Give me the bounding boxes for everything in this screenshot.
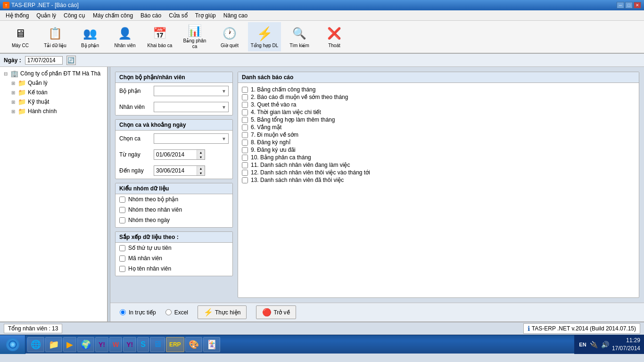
report-label-5[interactable]: 5. Bảng tổng hợp làm thêm tháng (251, 116, 335, 123)
nhom2-label[interactable]: Nhóm theo nhân viên (128, 206, 182, 213)
menu-congtcu[interactable]: Công cụ (60, 11, 89, 20)
taskbar-yahoo[interactable]: Y! (95, 337, 108, 352)
report-checkbox-11[interactable] (242, 162, 248, 168)
tungay-input[interactable] (154, 151, 197, 158)
report-checkbox-3[interactable] (242, 102, 248, 108)
nhanvien-select[interactable]: ▼ (154, 102, 229, 112)
minimize-button[interactable]: ─ (617, 2, 624, 8)
tungay-spin-down[interactable]: ▼ (197, 155, 205, 159)
report-label-7[interactable]: 7. Đi muộn về sớm (251, 132, 298, 138)
excel-label[interactable]: Excel (174, 309, 188, 316)
menu-quanly[interactable]: Quản lý (33, 11, 60, 20)
print-direct-label[interactable]: In trực tiếp (129, 309, 156, 316)
date-input[interactable] (25, 56, 63, 65)
report-label-3[interactable]: 3. Quet thẻ vào ra (251, 101, 296, 108)
report-label-8[interactable]: 8. Đăng ký nghỉ (251, 139, 290, 146)
tool-thoat[interactable]: ❌ Thoát (318, 22, 351, 51)
report-checkbox-10[interactable] (242, 155, 248, 161)
menu-nangcao[interactable]: Nâng cao (220, 11, 251, 20)
report-checkbox-12[interactable] (242, 170, 248, 176)
print-direct-radio[interactable] (120, 309, 126, 315)
tool-bangphanca[interactable]: 📊 Bảng phân ca (178, 22, 211, 51)
start-button[interactable] (0, 335, 25, 354)
taskbar-erp[interactable]: ERP (166, 337, 184, 352)
denngay-input[interactable] (154, 167, 197, 174)
report-label-11[interactable]: 11. Danh sách nhân viên đang làm việc (251, 162, 350, 168)
taskbar-explorer[interactable]: 📁 (45, 337, 62, 352)
nhom1-checkbox[interactable] (119, 197, 125, 203)
tool-gioquet[interactable]: 🕐 Giờ quét (213, 22, 246, 51)
report-label-6[interactable]: 6. Vắng mặt (251, 124, 281, 131)
nhom2-checkbox[interactable] (119, 207, 125, 213)
tool-taidulieu[interactable]: 📋 Tải dữ liệu (39, 22, 72, 51)
taskbar-paint[interactable]: 🎨 (185, 337, 202, 352)
taskbar-ie[interactable]: 🌐 (27, 337, 44, 352)
taskbar-chrome[interactable]: 🌍 (77, 337, 94, 352)
sort2-checkbox[interactable] (119, 255, 125, 262)
bophan-arrow: ▼ (222, 89, 226, 94)
tree-ketoan[interactable]: ⊞ 📁 Kế toán (2, 88, 105, 97)
report-checkbox-7[interactable] (242, 132, 248, 138)
menu-trogiup[interactable]: Trợ giúp (191, 11, 220, 20)
maximize-button[interactable]: □ (625, 2, 633, 8)
taskbar-teamviewer[interactable]: 🖥 (150, 337, 165, 352)
tungay-field[interactable]: ▲ ▼ (154, 149, 205, 160)
report-checkbox-13[interactable] (242, 177, 248, 183)
taskbar-office[interactable]: W (109, 337, 122, 352)
nhom3-label[interactable]: Nhóm theo ngày (128, 217, 170, 223)
back-button[interactable]: 🔴 Trở về (256, 305, 296, 319)
tree-quanly[interactable]: ⊞ 📁 Quản lý (2, 78, 105, 88)
sort1-label[interactable]: Số thứ tự ưu tiên (128, 245, 172, 251)
tree-root[interactable]: ⊟ 🏢 Công ty cổ phần ĐT TM Hà Thà (2, 69, 105, 78)
report-label-2[interactable]: 2. Báo cáo đi muộn về sớm theo tháng (251, 94, 348, 100)
menu-cuaso[interactable]: Cửa sổ (165, 11, 191, 20)
sort1-checkbox[interactable] (119, 245, 125, 251)
report-checkbox-9[interactable] (242, 147, 248, 153)
menu-baocao[interactable]: Báo cáo (137, 11, 165, 20)
taskbar-media[interactable]: ▶ (63, 337, 76, 352)
report-label-10[interactable]: 10. Bảng phân ca tháng (251, 154, 311, 161)
sort3-checkbox[interactable] (119, 266, 125, 272)
nhom3-checkbox[interactable] (119, 217, 125, 223)
tungay-spin-up[interactable]: ▲ (197, 150, 205, 155)
nhom1-label[interactable]: Nhóm theo bộ phận (128, 196, 178, 203)
report-checkbox-8[interactable] (242, 140, 248, 146)
report-checkbox-2[interactable] (242, 94, 248, 100)
report-label-4[interactable]: 4. Thời gian làm việc chi tiết (251, 109, 321, 115)
sort3-label[interactable]: Họ tên nhân viên (128, 265, 171, 272)
tree-kythuat[interactable]: ⊞ 📁 Kỹ thuật (2, 97, 105, 107)
denngay-spin-down[interactable]: ▼ (197, 171, 205, 175)
tool-tonghop[interactable]: ⚡ Tổng hợp DL (248, 22, 281, 51)
menu-hethong[interactable]: Hệ thống (2, 11, 33, 20)
taskbar-yahoo2[interactable]: Y! (123, 337, 136, 352)
refresh-button[interactable]: 🔄 (66, 56, 76, 65)
report-checkbox-5[interactable] (242, 117, 248, 123)
tree-hanhchinh[interactable]: ⊞ 📁 Hành chính (2, 107, 105, 116)
maycc-label: Máy CC (12, 43, 29, 49)
tool-bophan[interactable]: 👥 Bộ phận (74, 22, 107, 51)
report-label-1[interactable]: 1. Bảng chấm công tháng (251, 86, 315, 93)
tool-nhanvien[interactable]: 👤 Nhân viên (108, 22, 141, 51)
report-checkbox-6[interactable] (242, 124, 248, 131)
close-button[interactable]: ✕ (634, 2, 641, 8)
taskbar-skype[interactable]: S (137, 337, 149, 352)
chonca-select[interactable]: ▼ (154, 133, 229, 144)
clock: 11:29 17/07/2014 (612, 337, 640, 353)
report-label-9[interactable]: 9. Đăng ký ưu đãi (251, 147, 296, 153)
report-checkbox-1[interactable] (242, 87, 248, 93)
report-item-1: 1. Bảng chấm công tháng (242, 86, 635, 93)
taskbar-game[interactable]: 🃏 (203, 337, 220, 352)
report-checkbox-4[interactable] (242, 109, 248, 115)
tool-timkiem[interactable]: 🔍 Tìm kiếm (283, 22, 316, 51)
tool-khaibao[interactable]: 📅 Khai báo ca (143, 22, 176, 51)
execute-button[interactable]: ⚡ Thực hiện (198, 305, 247, 319)
sort2-label[interactable]: Mã nhân viên (128, 255, 162, 262)
bophan-select[interactable]: ▼ (154, 86, 229, 96)
excel-radio[interactable] (165, 309, 172, 315)
menu-maychamcong[interactable]: Máy chấm công (89, 11, 137, 20)
report-label-13[interactable]: 13. Danh sách nhân viên đã thôi việc (251, 177, 344, 183)
denngay-spin-up[interactable]: ▲ (197, 166, 205, 171)
tool-maycc[interactable]: 🖥 Máy CC (4, 22, 37, 51)
report-label-12[interactable]: 12. Danh sách nhân viên thôi việc vào th… (251, 169, 370, 176)
denngay-field[interactable]: ▲ ▼ (154, 165, 205, 176)
